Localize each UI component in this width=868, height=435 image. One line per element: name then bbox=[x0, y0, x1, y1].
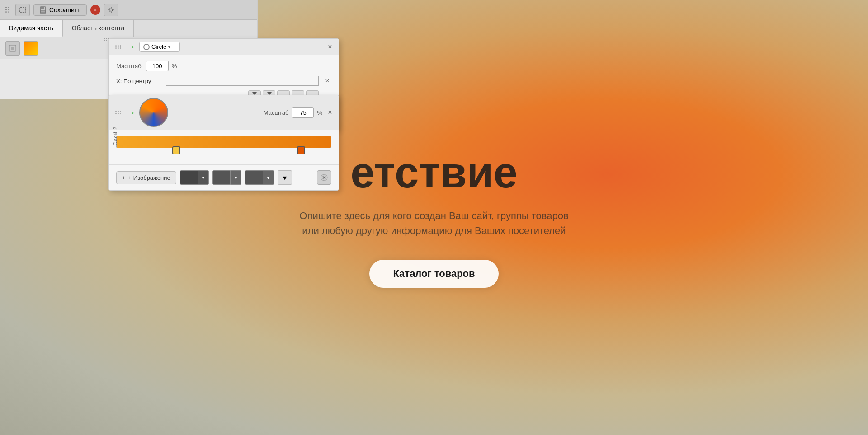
color-dropdown-3[interactable]: ▾ bbox=[263, 170, 274, 185]
add-image-button[interactable]: + + Изображение bbox=[116, 171, 176, 184]
circle-shape-icon bbox=[143, 44, 150, 50]
gradient-dialog-header: → Масштаб % × bbox=[109, 95, 339, 130]
gradient-bar-container bbox=[116, 136, 331, 148]
color-select-3[interactable] bbox=[245, 170, 263, 185]
gradient-scale-input[interactable] bbox=[292, 107, 314, 118]
add-plus-icon: + bbox=[122, 174, 126, 181]
gradient-scale-row bbox=[139, 98, 168, 127]
scale-value-input-1[interactable] bbox=[146, 61, 169, 71]
color-select-group-3: ▾ bbox=[245, 170, 274, 185]
save-button[interactable]: Сохранить bbox=[33, 4, 87, 16]
scale-label-1: Масштаб bbox=[116, 63, 142, 70]
x-close-btn[interactable]: × bbox=[323, 77, 331, 85]
x-align-row: X: По центру × bbox=[116, 76, 331, 86]
color-dropdown-1[interactable]: ▾ bbox=[198, 170, 209, 185]
editor-toolbar: Сохранить × bbox=[0, 0, 257, 20]
gradient-scale-label: Масштаб bbox=[264, 109, 289, 116]
scale-input-group: Масштаб % bbox=[116, 61, 177, 71]
scale-row-1: Масштаб % bbox=[116, 61, 331, 71]
circle-chevron-icon: ▾ bbox=[168, 44, 170, 49]
save-label: Сохранить bbox=[49, 6, 81, 14]
gradient-circle-preview bbox=[139, 98, 168, 127]
color-dropdown-2[interactable]: ▾ bbox=[231, 170, 241, 185]
gradient-stop-yellow[interactable] bbox=[172, 146, 180, 154]
extra-dropdown[interactable]: ▾ bbox=[278, 170, 292, 185]
gradient-scale-unit: % bbox=[317, 109, 322, 116]
color-select-group-2: ▾ bbox=[212, 170, 241, 185]
catalog-button[interactable]: Каталог товаров bbox=[369, 260, 498, 288]
align-dialog-close[interactable]: × bbox=[326, 43, 334, 51]
gradient-bar-row bbox=[116, 136, 331, 159]
editor-tabs: Видимая часть Область контента bbox=[0, 20, 257, 37]
align-dialog-header: → Circle ▾ × bbox=[109, 39, 339, 55]
gradient-scale-group: Масштаб % bbox=[264, 107, 322, 118]
delete-button[interactable] bbox=[317, 170, 331, 185]
crop-select-icon[interactable] bbox=[15, 4, 30, 16]
tab-visible-part[interactable]: Видимая часть bbox=[0, 20, 63, 37]
website-subtitle: Опишите здесь для кого создан Ваш сайт, … bbox=[298, 208, 570, 238]
svg-rect-2 bbox=[41, 7, 44, 9]
layer-color-preview[interactable] bbox=[24, 41, 38, 56]
circle-dropdown[interactable]: Circle ▾ bbox=[139, 42, 180, 52]
layer2-label: Слой 2 bbox=[113, 126, 118, 145]
scale-unit-1: % bbox=[172, 63, 177, 70]
gradient-dialog: → Масштаб % × + bbox=[108, 95, 339, 191]
layer-icon bbox=[5, 41, 20, 56]
gradient-dialog-drag[interactable] bbox=[113, 111, 123, 114]
color-select-2[interactable] bbox=[212, 170, 231, 185]
gradient-arrow-icon: → bbox=[127, 108, 136, 118]
align-dialog-drag[interactable] bbox=[113, 45, 123, 49]
x-checker-preview bbox=[166, 76, 319, 86]
arrow-right-icon: → bbox=[127, 42, 136, 52]
drag-handle[interactable] bbox=[4, 5, 12, 14]
gradient-close-btn[interactable]: × bbox=[326, 108, 334, 117]
tab-content-area[interactable]: Область контента bbox=[63, 20, 134, 37]
gradient-dialog-footer: + + Изображение ▾ ▾ ▾ ▾ bbox=[109, 164, 339, 190]
circle-label: Circle bbox=[151, 43, 166, 50]
close-button-toolbar[interactable]: × bbox=[90, 5, 100, 15]
color-select-1[interactable] bbox=[180, 170, 198, 185]
settings-button[interactable] bbox=[104, 4, 118, 16]
website-title: етствие bbox=[350, 148, 518, 197]
svg-rect-5 bbox=[11, 47, 14, 50]
svg-rect-0 bbox=[20, 7, 25, 13]
gradient-dialog-body bbox=[109, 130, 339, 164]
x-label: X: По центру bbox=[116, 78, 161, 84]
svg-rect-3 bbox=[41, 10, 45, 13]
gradient-stop-orange[interactable] bbox=[297, 146, 305, 154]
color-select-group-1: ▾ bbox=[180, 170, 209, 185]
add-image-label: + Изображение bbox=[128, 174, 170, 181]
